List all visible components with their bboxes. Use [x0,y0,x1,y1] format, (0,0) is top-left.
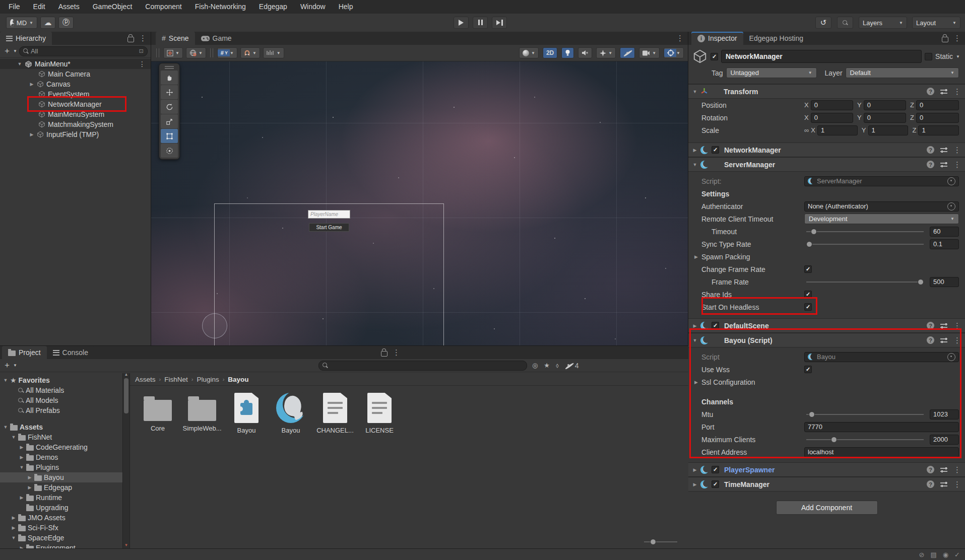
foldout-open-icon[interactable]: ▼ [692,338,697,343]
add-component-button[interactable]: Add Component [776,501,878,515]
sync-type-rate-value[interactable]: 0.1 [930,239,959,249]
rotation-z-field[interactable]: 0 [916,113,959,123]
breadcrumb-bayou[interactable]: Bayou [228,376,248,383]
file-changelog[interactable]: CHANGEL... [319,393,351,434]
create-asset-button[interactable]: ＋ [3,360,11,371]
layout-dropdown[interactable]: Layout ▼ [912,17,960,29]
favorites-row[interactable]: ▼★ Favorites [0,375,122,385]
tab-scene[interactable]: # Scene [156,32,195,45]
position-z-field[interactable]: 0 [916,100,959,110]
foldout-closed-icon[interactable]: ▶ [692,467,697,472]
status-ok-icon[interactable]: ✓ [954,551,960,558]
lock-icon[interactable] [381,351,388,357]
hierarchy-item-main-camera[interactable]: Main Camera [0,69,151,79]
file-bayou-asmdef[interactable]: Bayou [231,393,262,434]
play-button[interactable] [454,17,469,29]
breadcrumb-plugins[interactable]: Plugins [197,376,219,383]
tab-inspector[interactable]: i Inspector [691,32,743,45]
breadcrumb-assets[interactable]: Assets [135,376,156,383]
tree-spaceedge[interactable]: ▼SpaceEdge [0,533,122,543]
share-ids-checkbox[interactable] [804,291,812,298]
use-wss-checkbox[interactable] [804,366,812,373]
lighting-toggle[interactable] [561,47,574,58]
undo-history-button[interactable]: ↺ [815,17,831,29]
menu-assets[interactable]: Assets [52,0,86,14]
menu-file[interactable]: File [2,0,27,14]
component-enabled-checkbox[interactable] [712,466,719,473]
shading-mode-dropdown[interactable]: ▼ [519,47,539,58]
rotation-y-field[interactable]: 0 [864,113,906,123]
foldout-open-icon[interactable]: ▼ [692,162,697,167]
pause-button[interactable] [473,17,488,29]
cloud-button[interactable]: ☁ [40,17,55,29]
project-search-input[interactable] [318,361,527,371]
foldout-closed-icon[interactable]: ▶ [692,482,697,487]
hierarchy-scene-row[interactable]: ▼ MainMenu* ⋮ [0,59,151,69]
lock-icon[interactable] [942,37,948,42]
palette-drag-handle[interactable] [161,65,178,70]
tree-plugins[interactable]: ▼Plugins [0,462,122,472]
component-enabled-checkbox[interactable] [712,146,719,154]
toolbar-grip[interactable] [156,48,159,57]
menu-edgegap[interactable]: Edgegap [252,0,294,14]
tab-console[interactable]: Console [47,346,94,359]
hierarchy-search-input[interactable]: All ⊡ [19,46,148,56]
step-button[interactable] [492,17,507,29]
transform-header[interactable]: ▼ Transform ? ⋮ [688,84,965,99]
kebab-menu-icon[interactable]: ⋮ [953,146,961,155]
port-field[interactable]: 7770 [804,422,959,432]
preset-icon[interactable] [940,147,947,153]
foldout-closed-icon[interactable]: ▶ [692,148,697,153]
preset-icon[interactable] [940,162,947,168]
favorites-all-models[interactable]: All Models [0,395,122,405]
change-frame-rate-checkbox[interactable] [804,265,812,273]
layer-dropdown[interactable]: Default▼ [846,67,959,78]
hierarchy-item-networkmanager[interactable]: NetworkManager [0,99,151,109]
tab-project[interactable]: Project [2,346,47,359]
component-enabled-checkbox[interactable] [712,480,719,488]
favorites-all-materials[interactable]: All Materials [0,385,122,395]
foldout-closed-icon[interactable]: ▶ [692,323,697,328]
mtu-value[interactable]: 1023 [930,409,959,419]
script-field[interactable]: Bayou [804,352,959,362]
favorites-all-prefabs[interactable]: All Prefabs [0,405,122,415]
rect-tool-button[interactable] [161,129,178,143]
tree-assets[interactable]: ▼Assets [0,422,122,432]
tree-edgegap[interactable]: ▶Edgegap [0,482,122,493]
maximum-clients-value[interactable]: 2000 [930,435,959,445]
menu-window[interactable]: Window [294,0,332,14]
hierarchy-item-mainmenusystem[interactable]: MainMenuSystem [0,109,151,119]
status-package-icon[interactable]: ▤ [930,551,936,558]
kebab-menu-icon[interactable]: ⋮ [139,34,147,43]
layers-dropdown[interactable]: Layers ▼ [859,17,907,29]
mtu-slider[interactable] [806,414,924,415]
position-x-field[interactable]: 0 [811,100,853,110]
script-field[interactable]: ServerManager [804,176,959,186]
kebab-menu-icon[interactable]: ⋮ [953,465,961,474]
gameobject-name-field[interactable]: NetworkManager [721,50,922,63]
menu-help[interactable]: Help [332,0,360,14]
tree-demos[interactable]: ▶Demos [0,452,122,462]
start-on-headless-checkbox[interactable] [804,303,812,311]
object-picker-icon[interactable] [947,353,955,361]
rotation-x-field[interactable]: 0 [811,113,853,123]
2d-mode-toggle[interactable]: 2D [543,47,557,58]
preset-icon[interactable] [940,89,947,95]
foldout-open-icon[interactable]: ▼ [17,61,22,66]
camera-settings-dropdown[interactable]: ▼ [639,47,660,58]
component-enabled-checkbox[interactable] [712,322,719,329]
sync-type-rate-slider[interactable] [806,244,924,245]
hierarchy-item-matchmakingsystem[interactable]: MatchmakingSystem [0,119,151,129]
chevron-down-icon[interactable]: ▼ [956,54,960,59]
scale-y-field[interactable]: 1 [868,125,909,135]
foldout-closed-icon[interactable]: ▶ [694,254,698,259]
tree-jmo-assets[interactable]: ▶JMO Assets [0,513,122,523]
foldout-closed-icon[interactable]: ▶ [694,380,698,385]
status-cache-icon[interactable]: ⊘ [919,551,925,558]
audio-toggle[interactable] [578,47,592,58]
servermanager-component-header[interactable]: ▼ ServerManager ?⋮ [688,157,965,172]
transform-tool-button[interactable] [161,144,178,158]
kebab-menu-icon[interactable]: ⋮ [953,480,961,489]
tree-sci-fi-sfx[interactable]: ▶Sci-Fi-Sfx [0,523,122,533]
tree-fishnet[interactable]: ▼FishNet [0,432,122,442]
